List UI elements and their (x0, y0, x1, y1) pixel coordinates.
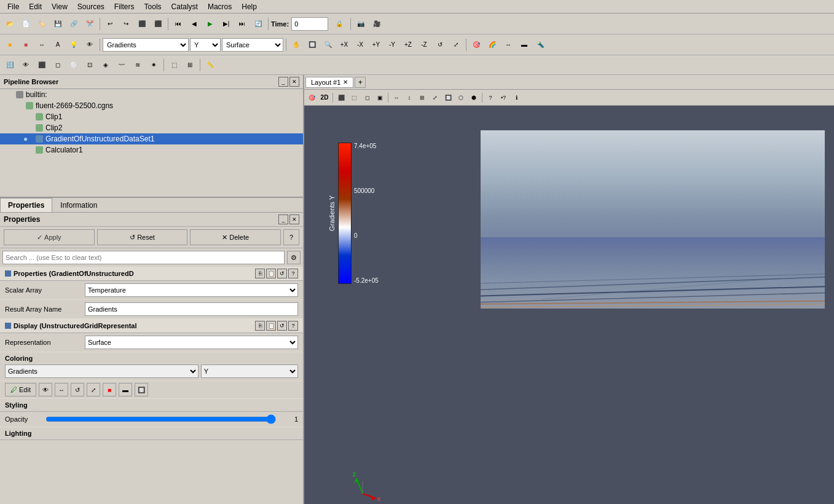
sphere-btn[interactable]: ⚪ (66, 58, 81, 73)
tab-information[interactable]: Information (52, 198, 105, 212)
connect-btn[interactable]: 🔗 (66, 17, 81, 31)
menu-tools[interactable]: Tools (140, 1, 167, 12)
contour-btn[interactable]: 〰 (114, 58, 129, 73)
help-button[interactable]: ? (283, 229, 299, 245)
viewport-tab-close-icon[interactable]: ✕ (343, 79, 348, 85)
vp-snap5-btn[interactable]: 🔲 (442, 92, 454, 104)
colorbar-btn[interactable]: ▬ (517, 37, 532, 52)
menu-help[interactable]: Help (237, 1, 262, 12)
open-recent-btn[interactable]: 📄 (18, 17, 33, 31)
vp-help2-btn[interactable]: •? (497, 92, 509, 104)
vp-snap6-btn[interactable]: ⬡ (455, 92, 467, 104)
prev-frame-btn[interactable]: ◀ (187, 17, 202, 31)
coloring-component-select[interactable]: Y (201, 364, 298, 378)
save-state-btn[interactable]: 🏷️ (34, 17, 49, 31)
open-file-btn[interactable]: 📂 (2, 17, 17, 31)
menu-file[interactable]: File (2, 1, 24, 12)
save-data-btn[interactable]: 💾 (50, 17, 65, 31)
pipeline-close-btn[interactable]: ✕ (289, 77, 299, 87)
fit-all-btn[interactable]: ⤢ (449, 37, 463, 52)
pipeline-item-calculator[interactable]: Calculator1 (0, 144, 303, 156)
rotate-y-btn[interactable]: +Y (369, 37, 384, 52)
filter-selector[interactable]: Gradients (103, 38, 189, 52)
add-viewport-btn[interactable]: + (355, 77, 366, 88)
calc-btn[interactable]: 🔢 (2, 58, 17, 73)
disconnect-btn[interactable]: ✂️ (82, 17, 97, 31)
vp-cam2-btn[interactable]: ⬚ (348, 92, 360, 104)
properties-btn[interactable]: ■ (2, 37, 17, 52)
opacity-slider[interactable] (45, 414, 276, 424)
search-input[interactable] (2, 251, 285, 264)
next-frame-btn[interactable]: ▶| (219, 17, 234, 31)
delete-button[interactable]: ✕ Delete (190, 229, 281, 245)
edit-icon-btn2[interactable]: ↔ (55, 383, 68, 396)
interact-btn[interactable]: ✋ (289, 37, 304, 52)
component-selector[interactable]: Y (190, 38, 221, 52)
record-btn[interactable]: 🎥 (369, 17, 384, 31)
edit-icon-btn7[interactable]: 🔲 (135, 383, 148, 396)
vp-help1-btn[interactable]: ? (484, 92, 497, 104)
loop-btn[interactable]: 🔄 (251, 17, 266, 31)
menu-sources[interactable]: Sources (73, 1, 109, 12)
color-btn[interactable]: ■ (18, 37, 33, 52)
rescale-btn[interactable]: ↔ (501, 37, 516, 52)
apply-button[interactable]: ✓ Apply (4, 229, 95, 245)
vp-cam1-btn[interactable]: ⬛ (335, 92, 347, 104)
menu-view[interactable]: View (47, 1, 73, 12)
display-docs-btn[interactable]: ? (288, 321, 298, 331)
pipeline-item-builtin[interactable]: builtin: (0, 89, 303, 100)
rotate-zneg-btn[interactable]: -Z (417, 37, 431, 52)
pipeline-item-clip1[interactable]: Clip1 (0, 111, 303, 122)
vp-cam4-btn[interactable]: ▣ (374, 92, 386, 104)
light-btn[interactable]: 💡 (66, 37, 81, 52)
ruler-btn[interactable]: 📏 (203, 58, 218, 73)
edit-icon-btn5[interactable]: ■ (103, 383, 116, 396)
colormap-btn[interactable]: 🌈 (485, 37, 500, 52)
play-btn[interactable]: ▶ (203, 17, 218, 31)
result-array-input[interactable] (85, 302, 298, 316)
eye-btn[interactable]: 👁 (82, 37, 97, 52)
pick-btn[interactable]: 🎯 (469, 37, 484, 52)
forward-btn[interactable]: ⏭ (235, 17, 250, 31)
pipeline-minimize-btn[interactable]: _ (278, 77, 288, 87)
vp-pick-btn[interactable]: 🎯 (305, 92, 318, 104)
representation-select[interactable]: Surface (85, 336, 298, 349)
props-minimize-btn[interactable]: _ (278, 215, 288, 224)
screenshot-btn[interactable]: 📷 (353, 17, 368, 31)
section-copy-btn[interactable]: ⎘ (255, 269, 265, 278)
display-paste-btn[interactable]: 📋 (266, 321, 276, 331)
pipeline-item-cgns[interactable]: fluent-2669-52500.cgns (0, 100, 303, 111)
edit-colormap-btn[interactable]: 🖊 Edit (5, 383, 36, 396)
pipeline-item-gradient[interactable]: ● GradientOfUnstructuredDataSet1 (0, 133, 303, 144)
transform-btn[interactable]: ↔ (34, 37, 49, 52)
lights-btn[interactable]: 🔦 (533, 37, 548, 52)
menu-catalyst[interactable]: Catalyst (167, 1, 203, 12)
display-refresh-btn[interactable]: ↺ (277, 321, 287, 331)
viewport-tab-layout1[interactable]: Layout #1 ✕ (305, 77, 353, 88)
annotate-btn[interactable]: A (50, 37, 65, 52)
edit-icon-btn4[interactable]: ⤢ (87, 383, 100, 396)
vp-cam3-btn[interactable]: ◻ (361, 92, 373, 104)
time-input[interactable] (291, 17, 328, 31)
redo-btn[interactable]: ↪ (119, 17, 133, 31)
search-settings-btn[interactable]: ⚙ (287, 251, 301, 264)
filter-btn[interactable]: ⬛ (151, 17, 165, 31)
coloring-selector[interactable]: Surface (222, 38, 283, 52)
props-close-btn[interactable]: ✕ (289, 215, 299, 224)
cube-btn[interactable]: ⬛ (34, 58, 49, 73)
vp-snap7-btn[interactable]: ⬢ (468, 92, 480, 104)
rotate-z-btn[interactable]: +Z (401, 37, 415, 52)
rotate-xneg-btn[interactable]: -X (353, 37, 368, 52)
volume-btn[interactable]: ✷ (146, 58, 161, 73)
vp-snap3-btn[interactable]: ⊞ (416, 92, 428, 104)
coloring-field-select[interactable]: Gradients (5, 364, 199, 378)
select-btn[interactable]: 🔲 (305, 37, 320, 52)
source-btn[interactable]: ⬛ (135, 17, 149, 31)
edit-icon-btn1[interactable]: 👁 (39, 383, 52, 396)
vp-snap2-btn[interactable]: ↕ (403, 92, 415, 104)
section-paste-btn[interactable]: 📋 (266, 269, 276, 278)
rewind-btn[interactable]: ⏮ (171, 17, 186, 31)
eye2-btn[interactable]: 👁 (18, 58, 33, 73)
reset-camera-btn[interactable]: ↺ (433, 37, 447, 52)
vp-info-btn[interactable]: ℹ (510, 92, 522, 104)
